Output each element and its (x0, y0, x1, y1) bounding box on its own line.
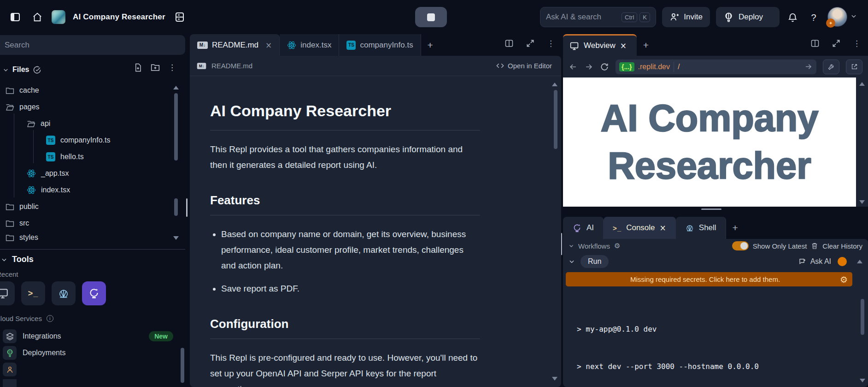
sidebar-resize-handle[interactable] (186, 198, 188, 217)
doc-paragraph: This Repl provides a tool that gathers c… (210, 142, 480, 173)
breadcrumb-bar: M↓ README.md Open in Editor (190, 56, 561, 76)
webview-content[interactable]: AI Company Researcher (563, 77, 856, 207)
tree-scrollbar-thumb[interactable] (174, 93, 178, 161)
webview-kebab-menu-icon[interactable]: ⋮ (853, 39, 861, 48)
workspace-layout-button[interactable] (172, 9, 188, 25)
tab-webview[interactable]: Webview × (563, 34, 637, 56)
webview-scrollbar[interactable] (856, 77, 868, 207)
tab-companyinfo[interactable]: TS companyInfo.ts (339, 34, 421, 56)
console-line: > next dev --port 3000 --hostname 0.0.0.… (577, 360, 759, 373)
file-row-src[interactable]: src (0, 215, 171, 232)
console-ask-ai-button[interactable]: Ask AI (798, 257, 831, 266)
avatar[interactable]: ✦ (827, 7, 847, 27)
editor-scrollbar-thumb[interactable] (554, 90, 557, 149)
split-pane-icon[interactable] (810, 39, 820, 48)
sidebar-scrollbar-thumb[interactable] (181, 348, 184, 383)
console-tabstrip: AI >_ Console × Shell + (563, 217, 868, 239)
new-tab-button[interactable]: + (421, 34, 440, 56)
home-button[interactable] (29, 9, 45, 25)
tree-scroll-down[interactable] (173, 236, 179, 240)
invite-button[interactable]: Invite (662, 7, 710, 27)
stop-icon (427, 13, 435, 21)
sidebar-item-integrations[interactable]: Integrations New (0, 328, 182, 344)
run-workflow-button[interactable]: Run (581, 255, 609, 268)
secrets-gear-icon[interactable]: ⚙ (840, 274, 848, 285)
console-scroll-up[interactable] (857, 260, 862, 263)
file-row-hello[interactable]: TS hello.ts (0, 149, 171, 165)
workflows-gear-icon[interactable]: ⚙ (614, 242, 620, 250)
back-icon[interactable] (569, 62, 578, 71)
account-menu-chevron[interactable] (850, 13, 857, 19)
file-row-companyinfo[interactable]: TS companyInfo.ts (0, 132, 171, 149)
tree-scroll-up[interactable] (173, 86, 179, 89)
sidebar-item-partial[interactable] (0, 379, 182, 387)
file-row-api[interactable]: api (0, 115, 171, 132)
close-icon[interactable]: × (265, 41, 272, 50)
tab-index-tsx[interactable]: index.tsx (280, 34, 339, 56)
sidebar-item-deployments[interactable]: Deployments (0, 345, 182, 361)
editor-scroll-up[interactable] (552, 83, 557, 86)
ai-agent-tool-button[interactable] (82, 281, 106, 305)
tab-readme[interactable]: M↓ README.md × (190, 34, 280, 56)
file-row-index-tsx[interactable]: index.tsx (0, 182, 171, 198)
new-tab-button[interactable]: + (637, 34, 655, 56)
file-row-styles[interactable]: styles (0, 232, 171, 244)
tab-shell[interactable]: Shell (676, 217, 726, 239)
search-input[interactable] (0, 35, 185, 55)
chevron-down-icon[interactable] (3, 67, 9, 73)
console-scrollbar-thumb[interactable] (861, 299, 864, 335)
go-icon[interactable] (804, 62, 813, 71)
files-kebab-menu-icon[interactable]: ⋮ (168, 63, 176, 72)
webview-scroll-down[interactable] (859, 200, 865, 204)
seashell-icon (58, 287, 70, 299)
webview-tool-button[interactable] (0, 281, 15, 305)
open-external-button[interactable] (846, 60, 862, 74)
tab-console[interactable]: >_ Console × (604, 217, 676, 239)
invite-label: Invite (684, 12, 703, 22)
sidebar-item-authentication[interactable] (0, 362, 182, 377)
file-check-icon[interactable] (33, 65, 41, 74)
close-icon[interactable]: × (660, 223, 666, 232)
tools-header[interactable]: Tools (1, 255, 34, 264)
clear-history-button[interactable]: Clear History (822, 242, 862, 250)
console-tool-button[interactable]: >_ (21, 281, 45, 305)
new-tab-button[interactable]: + (726, 217, 745, 239)
shell-tool-button[interactable] (52, 281, 76, 305)
sidebar-toggle-button[interactable] (7, 9, 23, 25)
indent-guide (14, 113, 14, 197)
new-folder-icon[interactable] (151, 63, 160, 72)
open-in-editor-button[interactable]: Open in Editor (496, 62, 555, 70)
show-only-latest-toggle[interactable] (732, 241, 749, 250)
editor-kebab-menu-icon[interactable]: ⋮ (547, 39, 555, 48)
file-row-app-tsx[interactable]: _app.tsx (0, 165, 171, 182)
help-button[interactable]: ? (806, 9, 821, 26)
editor-scroll-down[interactable] (552, 377, 557, 381)
url-input[interactable]: {...} .replit.dev / (616, 60, 816, 74)
devtools-button[interactable] (823, 60, 839, 74)
tab-ai[interactable]: AI (563, 217, 604, 239)
ask-ai-search-button[interactable]: Ask AI & search Ctrl K (540, 7, 656, 27)
close-icon[interactable]: × (620, 41, 627, 50)
ai-agent-icon (88, 287, 100, 299)
file-row-cache[interactable]: cache (0, 82, 171, 99)
new-file-icon[interactable] (134, 63, 142, 72)
tree-scrollbar-thumb[interactable] (174, 198, 178, 216)
stop-run-button[interactable] (415, 7, 447, 27)
forward-icon[interactable] (584, 62, 593, 71)
trash-icon[interactable] (811, 242, 818, 250)
chevron-down-icon[interactable] (569, 258, 575, 265)
notifications-button[interactable] (784, 9, 801, 26)
console-body: Workflows ⚙ Show Only Latest Clear Histo… (563, 239, 868, 387)
split-pane-icon[interactable] (504, 39, 514, 48)
chevron-down-icon[interactable] (569, 243, 574, 249)
expand-icon[interactable] (526, 39, 535, 48)
file-row-pages[interactable]: pages (0, 99, 171, 115)
console-scroll-down[interactable] (860, 379, 865, 382)
missing-secrets-banner[interactable]: Missing required secrets. Click here to … (566, 272, 852, 286)
refresh-icon[interactable] (600, 62, 609, 71)
expand-icon[interactable] (832, 39, 841, 48)
deploy-button[interactable]: Deploy (716, 7, 780, 27)
file-row-public[interactable]: public (0, 198, 171, 215)
app-title: AI Company Researcher (73, 12, 165, 22)
webview-scroll-up[interactable] (859, 82, 865, 86)
